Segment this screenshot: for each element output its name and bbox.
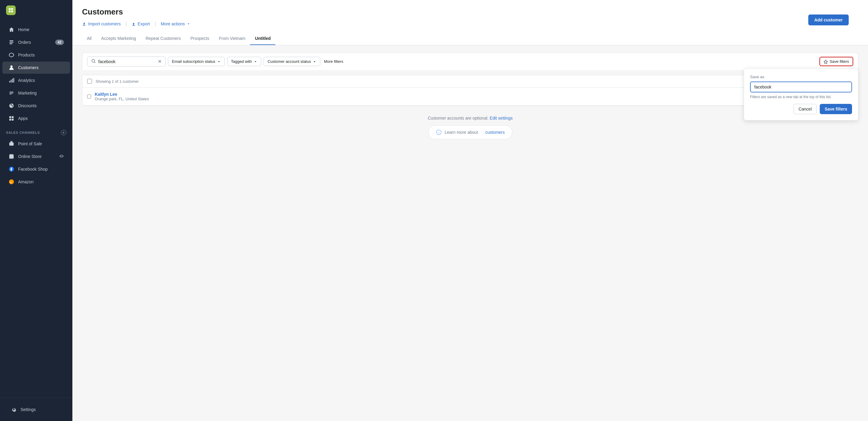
- discounts-icon: [8, 103, 14, 109]
- sidebar-item-discounts[interactable]: Discounts: [2, 100, 70, 112]
- svg-rect-1: [11, 8, 13, 10]
- sidebar-item-home[interactable]: Home: [2, 24, 70, 36]
- edit-settings-link[interactable]: Edit settings: [490, 116, 513, 120]
- sidebar-item-label: Online Store: [18, 154, 42, 159]
- svg-rect-16: [9, 143, 13, 146]
- tab-accepts-marketing[interactable]: Accepts Marketing: [96, 32, 141, 45]
- svg-rect-10: [12, 79, 13, 83]
- svg-rect-8: [9, 81, 10, 82]
- sidebar-item-settings[interactable]: Settings: [5, 403, 67, 416]
- learn-more-text: Learn more about: [445, 130, 478, 135]
- showing-count: Showing 1 of 1 customer: [96, 79, 139, 84]
- search-input[interactable]: [98, 59, 155, 64]
- search-icon: [91, 59, 96, 64]
- email-status-filter-button[interactable]: Email subscription status: [168, 57, 225, 66]
- toolbar: Import customers | Export | More actions: [82, 20, 858, 27]
- sidebar-item-orders[interactable]: Orders 42: [2, 36, 70, 48]
- svg-rect-4: [10, 40, 13, 41]
- add-customer-button[interactable]: Add customer: [808, 15, 849, 25]
- sales-channels-label: SALES CHANNELS +: [0, 125, 72, 137]
- popup-cancel-button[interactable]: Cancel: [794, 104, 817, 114]
- online-store-icon: [8, 153, 14, 160]
- sidebar-item-label: Home: [18, 27, 29, 32]
- marketing-icon: [8, 90, 14, 96]
- sidebar-item-analytics[interactable]: Analytics: [2, 74, 70, 86]
- popup-save-as-label: Save as: [750, 75, 852, 79]
- tab-all[interactable]: All: [82, 32, 96, 45]
- search-box: ✕: [87, 56, 165, 66]
- page-header: Customers Add customer Import customers …: [72, 0, 868, 45]
- import-icon: [82, 22, 86, 26]
- select-all-checkbox[interactable]: [87, 79, 92, 84]
- amazon-icon: a: [8, 179, 14, 185]
- sidebar: Home Orders 42 Products Customers: [0, 0, 72, 421]
- popup-hint: Filters are saved as a new tab at the to…: [750, 95, 852, 99]
- sidebar-nav: Home Orders 42 Products Customers: [0, 21, 72, 398]
- sidebar-item-customers[interactable]: Customers: [2, 62, 70, 74]
- sidebar-item-facebook-shop[interactable]: Facebook Shop: [2, 163, 70, 175]
- table-row[interactable]: Kaitlyn Lee Orange park, FL, United Stat…: [82, 88, 858, 106]
- add-sales-channel-button[interactable]: +: [61, 130, 66, 135]
- export-icon: [131, 22, 136, 26]
- svg-rect-12: [9, 116, 11, 118]
- sidebar-item-pos[interactable]: Point of Sale: [2, 138, 70, 150]
- chevron-down-icon: [313, 60, 316, 63]
- apps-icon: [8, 115, 14, 121]
- sidebar-item-label: Amazon: [18, 179, 33, 184]
- sidebar-item-amazon[interactable]: a Amazon: [2, 176, 70, 188]
- popup-save-button[interactable]: Save filters: [820, 104, 852, 114]
- sidebar-item-label: Products: [18, 53, 35, 57]
- tagged-with-filter-button[interactable]: Tagged with: [227, 57, 261, 66]
- facebook-icon: [8, 166, 14, 172]
- tab-prospects[interactable]: Prospects: [185, 32, 214, 45]
- sidebar-item-label: Analytics: [18, 78, 35, 83]
- svg-rect-0: [9, 8, 10, 10]
- pos-icon: [8, 141, 14, 147]
- sidebar-item-online-store[interactable]: Online Store: [2, 150, 70, 163]
- accounts-optional-text: Customer accounts are optional.: [428, 116, 489, 120]
- export-button[interactable]: Export: [131, 20, 150, 27]
- bottom-section: Customer accounts are optional. Edit set…: [82, 106, 858, 149]
- sidebar-item-apps[interactable]: Apps: [2, 112, 70, 124]
- sidebar-item-label: Facebook Shop: [18, 167, 48, 172]
- settings-icon: [11, 406, 17, 413]
- main-content: Customers Add customer Import customers …: [72, 0, 868, 421]
- import-customers-button[interactable]: Import customers: [82, 20, 121, 27]
- eye-icon: [59, 154, 64, 160]
- svg-rect-2: [9, 10, 10, 12]
- save-filters-button[interactable]: Save filters: [819, 57, 853, 66]
- chevron-down-icon: [217, 60, 221, 63]
- account-status-filter-button[interactable]: Customer account status: [264, 57, 320, 66]
- row-checkbox[interactable]: [87, 94, 91, 99]
- sidebar-item-products[interactable]: Products: [2, 49, 70, 61]
- sidebar-item-label: Point of Sale: [18, 141, 42, 146]
- star-icon: [824, 59, 828, 64]
- sidebar-item-label: Marketing: [18, 91, 36, 95]
- table-meta: Showing 1 of 1 customer: [82, 75, 858, 88]
- analytics-icon: [8, 77, 14, 83]
- svg-rect-14: [9, 119, 11, 120]
- svg-rect-15: [12, 119, 13, 120]
- tab-untitled[interactable]: Untitled: [250, 32, 275, 45]
- sidebar-logo: [0, 0, 72, 21]
- sidebar-item-marketing[interactable]: Marketing: [2, 87, 70, 99]
- customers-link[interactable]: customers: [485, 130, 505, 135]
- tab-repeat-customers[interactable]: Repeat Customers: [141, 32, 186, 45]
- more-filters-button[interactable]: More filters: [323, 57, 344, 66]
- chevron-down-icon: [187, 22, 190, 26]
- sidebar-footer: Settings: [0, 398, 72, 421]
- home-icon: [8, 27, 14, 33]
- clear-search-icon[interactable]: ✕: [158, 59, 162, 64]
- popup-name-input[interactable]: [750, 82, 852, 92]
- orders-badge: 42: [55, 39, 64, 45]
- svg-point-7: [10, 65, 12, 68]
- customer-name: Kaitlyn Lee: [95, 92, 853, 96]
- tab-from-vietnam[interactable]: From Vietnam: [214, 32, 250, 45]
- svg-rect-13: [12, 116, 13, 118]
- svg-rect-9: [10, 80, 11, 82]
- content-area: ✕ Email subscription status Tagged with …: [72, 45, 868, 156]
- products-icon: [8, 52, 14, 58]
- more-actions-button[interactable]: More actions: [161, 20, 190, 27]
- customer-location: Orange park, FL, United States: [95, 96, 853, 101]
- svg-rect-3: [11, 10, 13, 12]
